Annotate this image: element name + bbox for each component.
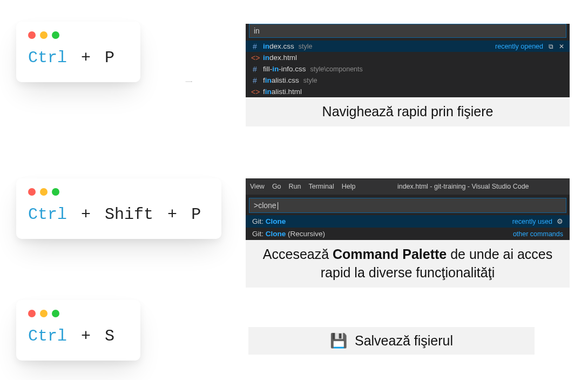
command-label: Git: Clone	[252, 217, 286, 225]
traffic-yellow-icon	[40, 31, 48, 39]
code-icon: <>	[251, 54, 259, 62]
key-p: P	[105, 49, 114, 67]
palette-caption-pre: Accesează	[263, 246, 333, 262]
save-caption: Salvează fişierul	[355, 333, 453, 349]
quickopen-list: #index.cssstylerecently opened⧉✕<>index.…	[246, 41, 570, 97]
key-ctrl: Ctrl	[28, 49, 67, 67]
command-palette-item[interactable]: Git: Clonerecently used⚙	[246, 215, 570, 228]
save-panel: 💾 Salvează fişierul	[248, 327, 572, 355]
hash-icon: #	[251, 42, 259, 51]
hash-icon: #	[251, 65, 259, 74]
key-ctrl: Ctrl	[28, 327, 67, 345]
window-traffic-lights	[28, 310, 129, 317]
window-traffic-lights	[28, 188, 206, 196]
key-plus: +	[81, 205, 91, 224]
quickopen-item[interactable]: <>finalisti.html	[246, 86, 570, 97]
menu-item-terminal[interactable]: Terminal	[309, 183, 334, 190]
file-name: fill-in-info.css	[263, 65, 306, 73]
vscode-menubar: ViewGoRunTerminalHelp index.html - git-t…	[246, 178, 570, 195]
menu-item-help[interactable]: Help	[342, 183, 356, 190]
command-palette-list: Git: Clonerecently used⚙Git: Clone (Recu…	[246, 215, 570, 240]
file-name: index.css	[263, 42, 294, 50]
other-commands-label: other commands	[513, 230, 563, 238]
palette-caption-bold: Command Palette	[333, 246, 447, 262]
key-plus: +	[81, 327, 91, 345]
close-icon[interactable]: ✕	[559, 43, 564, 50]
shortcut-card-save: Ctrl + S	[16, 300, 140, 361]
traffic-yellow-icon	[40, 310, 48, 317]
file-path: style	[303, 77, 317, 84]
gear-icon[interactable]: ⚙	[557, 217, 563, 225]
quickopen-input[interactable]: in	[249, 24, 566, 38]
traffic-red-icon	[28, 188, 36, 196]
key-plus: +	[167, 205, 177, 224]
menu-item-view[interactable]: View	[250, 183, 265, 190]
command-palette-input[interactable]: >clone	[249, 198, 566, 213]
recently-opened-label: recently opened⧉✕	[495, 43, 564, 50]
window-title: index.html - git-training - Visual Studi…	[397, 183, 529, 190]
traffic-green-icon	[52, 188, 59, 196]
save-caption-box: 💾 Salvează fişierul	[248, 327, 535, 355]
code-icon: <>	[251, 88, 259, 96]
quickopen-item[interactable]: <>index.html	[246, 52, 570, 63]
key-s: S	[105, 327, 114, 345]
text-cursor-icon	[276, 201, 279, 210]
key-ctrl: Ctrl	[28, 205, 67, 224]
palette-caption: Accesează Command Palette de unde ai acc…	[246, 240, 570, 288]
menu-item-go[interactable]: Go	[272, 183, 281, 190]
command-palette-item[interactable]: Git: Clone (Recursive)other commands	[246, 228, 570, 240]
quickopen-item[interactable]: #index.cssstylerecently opened⧉✕	[246, 41, 570, 52]
key-p: P	[191, 205, 201, 224]
traffic-yellow-icon	[40, 188, 48, 196]
file-name: finalisti.css	[263, 76, 299, 84]
key-plus: +	[81, 49, 91, 67]
hash-icon: #	[251, 76, 259, 85]
quickopen-caption: Navighează rapid prin fişiere	[246, 97, 570, 126]
shortcut-text: Ctrl + P	[28, 49, 129, 67]
arrow-icon	[154, 81, 224, 82]
split-editor-icon[interactable]: ⧉	[549, 43, 553, 50]
traffic-red-icon	[28, 310, 36, 317]
shortcut-text: Ctrl + Shift + P	[28, 205, 206, 224]
vscode-quickopen: in #index.cssstylerecently opened⧉✕<>ind…	[246, 24, 570, 97]
window-traffic-lights	[28, 31, 129, 39]
cp-query: clone	[258, 201, 276, 210]
vscode-window: ViewGoRunTerminalHelp index.html - git-t…	[246, 178, 570, 240]
traffic-red-icon	[28, 31, 36, 39]
menu-items: ViewGoRunTerminalHelp	[250, 183, 355, 190]
file-name: finalisti.html	[263, 88, 302, 96]
traffic-green-icon	[52, 310, 59, 317]
traffic-green-icon	[52, 31, 59, 39]
quickopen-item[interactable]: #finalisti.cssstyle	[246, 75, 570, 86]
shortcut-card-palette: Ctrl + Shift + P	[16, 178, 221, 239]
command-palette-panel: ViewGoRunTerminalHelp index.html - git-t…	[246, 178, 570, 288]
menu-item-run[interactable]: Run	[289, 183, 301, 190]
quickopen-item[interactable]: #fill-in-info.cssstyle\components	[246, 63, 570, 75]
file-name: index.html	[263, 54, 297, 62]
shortcut-text: Ctrl + S	[28, 327, 129, 345]
shortcut-card-quickopen: Ctrl + P	[16, 22, 140, 82]
key-shift: Shift	[105, 205, 153, 224]
recently-used-label: recently used⚙	[512, 217, 563, 225]
cp-prefix: >	[254, 201, 258, 210]
quickopen-query: in	[254, 26, 260, 35]
file-path: style\components	[310, 65, 363, 73]
command-label: Git: Clone (Recursive)	[252, 230, 325, 238]
floppy-disk-icon: 💾	[330, 332, 347, 349]
quickopen-panel: in #index.cssstylerecently opened⧉✕<>ind…	[246, 22, 570, 126]
file-path: style	[299, 43, 313, 50]
